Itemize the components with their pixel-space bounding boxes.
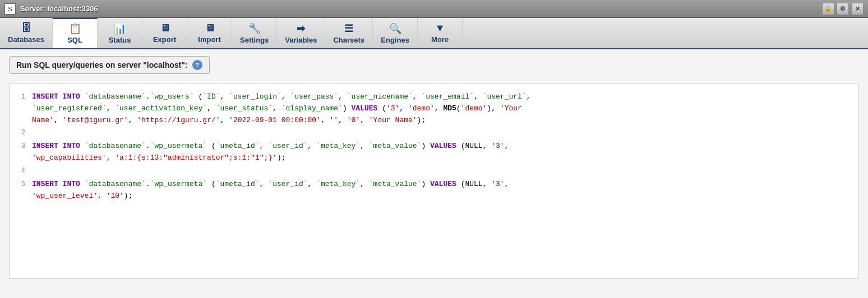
tab-engines[interactable]: 🔍 Engines [373,18,418,48]
tab-engines-label: Engines [381,36,409,44]
line-number-1: 1 [10,91,32,103]
sql-line-3b: 'wp_capabilities', 'a:1:{s:13:"administr… [10,152,858,164]
sql-line-1: 1 INSERT INTO `databasename`.`wp_users` … [10,91,858,103]
tab-export-label: Export [153,35,176,44]
tab-databases-label: Databases [8,35,44,44]
line-number-1c [10,115,32,115]
sql-line-1b: `user_registered`, `user_activation_key`… [10,103,858,115]
info-icon[interactable]: ? [192,60,202,70]
tab-status-label: Status [109,36,131,44]
sql-block-4: 4 [10,165,858,178]
title-bar: S Server: localhost:3306 🔒 ⚙ ✕ [0,0,868,18]
line-number-2: 2 [10,127,32,138]
line-number-3: 3 [10,141,32,152]
tab-import[interactable]: 🖥 Import [187,18,232,48]
export-icon: 🖥 [160,22,170,34]
sql-line-1c: Name', 'test@iguru.gr', 'https://iguru.g… [10,115,858,127]
tab-more-label: More [431,35,449,44]
sql-line-5b: 'wp_user_level', '10'); [10,190,858,202]
databases-icon: 🗄 [21,22,31,34]
tab-status[interactable]: 📊 Status [98,18,142,48]
tab-variables-label: Variables [285,36,317,44]
sql-block-5: 5 INSERT INTO `databasename`.`wp_usermet… [10,178,858,203]
tab-variables[interactable]: ➡ Variables [277,18,325,48]
tab-settings[interactable]: 🔧 Settings [232,18,277,48]
sql-line-2: 2 [10,127,858,138]
sql-icon: 📋 [69,22,81,35]
sql-line-1c-content: Name', 'test@iguru.gr', 'https://iguru.g… [32,115,858,127]
tab-import-label: Import [198,35,220,44]
tab-sql-label: SQL [67,36,82,44]
sql-line-5-content: INSERT INTO `databasename`.`wp_usermeta`… [32,179,858,190]
settings-nav-icon: 🔧 [248,22,261,35]
query-header-text: Run SQL query/queries on server "localho… [16,60,188,69]
variables-icon: ➡ [297,22,305,35]
main-content: Run SQL query/queries on server "localho… [0,49,868,298]
sql-block-2: 2 [10,127,858,139]
tab-sql[interactable]: 📋 SQL [53,18,98,48]
tab-more[interactable]: ▼ More [418,18,463,48]
title-bar-text: Server: localhost:3306 [20,4,98,13]
sql-line-3: 3 INSERT INTO `databasename`.`wp_usermet… [10,141,858,152]
line-number-5: 5 [10,179,32,190]
line-number-5b [10,190,32,191]
line-number-4: 4 [10,165,32,176]
status-icon: 📊 [114,22,126,35]
sql-line-3b-content: 'wp_capabilities', 'a:1:{s:13:"administr… [32,152,858,164]
sql-line-5b-content: 'wp_user_level', '10'); [32,190,858,202]
close-button[interactable]: ✕ [851,3,864,15]
sql-editor[interactable]: 1 INSERT INTO `databasename`.`wp_users` … [9,83,859,279]
query-header: Run SQL query/queries on server "localho… [9,56,210,74]
tab-export[interactable]: 🖥 Export [142,18,187,48]
more-icon: ▼ [435,22,445,34]
sql-block-1: 1 INSERT INTO `databasename`.`wp_users` … [10,90,858,127]
settings-button[interactable]: ⚙ [837,3,849,15]
lock-button[interactable]: 🔒 [822,3,834,15]
tab-settings-label: Settings [240,36,269,44]
engines-icon: 🔍 [389,22,401,35]
sql-line-3-content: INSERT INTO `databasename`.`wp_usermeta`… [32,141,858,152]
charsets-icon: ☰ [344,22,353,35]
line-number-1b [10,103,32,104]
import-icon: 🖥 [205,22,215,34]
sql-line-5: 5 INSERT INTO `databasename`.`wp_usermet… [10,179,858,190]
window-controls: 🔒 ⚙ ✕ [822,3,864,15]
sql-line-1b-content: `user_registered`, `user_activation_key`… [32,103,858,115]
sql-line-1-content: INSERT INTO `databasename`.`wp_users` (`… [32,91,858,103]
tab-charsets[interactable]: ☰ Charsets [325,18,373,48]
tab-charsets-label: Charsets [333,36,364,44]
sql-block-3: 3 INSERT INTO `databasename`.`wp_usermet… [10,139,858,165]
line-number-3b [10,152,32,153]
tab-databases[interactable]: 🗄 Databases [0,18,53,48]
nav-bar: 🗄 Databases 📋 SQL 📊 Status 🖥 Export 🖥 Im… [0,18,868,49]
app-icon: S [4,3,16,15]
sql-line-4: 4 [10,165,858,176]
